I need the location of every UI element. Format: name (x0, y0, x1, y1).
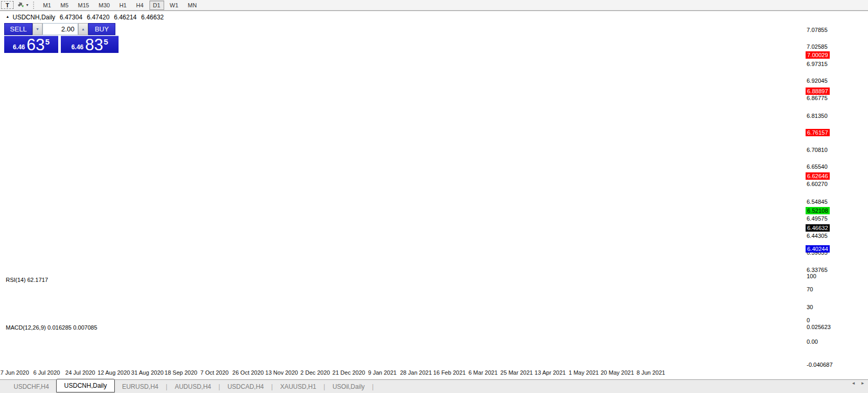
chart-high-value: 6.47420 (87, 14, 109, 21)
rsi-axis-tick-label: 30 (807, 304, 813, 310)
date-axis-tick-label: 6 Mar 2021 (468, 369, 498, 376)
arrows-tool-icon (17, 1, 25, 9)
date-axis-tick-label: 2 Dec 2020 (301, 369, 330, 376)
date-axis-tick-label: 9 Jan 2021 (368, 369, 397, 376)
price-axis-tick-label: 6.97315 (807, 61, 828, 67)
chart-tab-xauusd[interactable]: XAUUSD,H1 (273, 381, 324, 392)
date-axis-tick-label: 8 Jun 2021 (637, 369, 665, 376)
arrows-tool-dropdown[interactable]: ▾ (15, 1, 30, 9)
chart-symbol-period: USDCNH,Daily (13, 14, 55, 21)
chart-tab-eurusd[interactable]: EURUSD,H4 (115, 381, 166, 392)
date-axis-tick-label: 13 Apr 2021 (534, 369, 565, 376)
timeframe-button-m1[interactable]: M1 (39, 1, 55, 10)
price-axis-tick-label: 6.54845 (807, 199, 828, 205)
price-level-label: 6.62646 (806, 172, 830, 180)
price-axis-tick-label: 6.49575 (807, 215, 828, 222)
macd-axis-tick-label: 0.025623 (807, 324, 831, 330)
timeframe-button-d1[interactable]: D1 (149, 1, 164, 10)
timeframe-button-h1[interactable]: H1 (115, 1, 130, 10)
price-level-label: 6.52108 (806, 207, 830, 214)
rsi-value: 62.1717 (27, 277, 48, 283)
macd-axis-tick-label: 0.00 (807, 339, 818, 345)
date-axis-tick-label: 7 Oct 2020 (200, 369, 229, 376)
date-axis-tick-label: 16 Feb 2021 (433, 369, 466, 376)
date-axis-tick-label: 24 Jul 2020 (66, 369, 95, 376)
chart-low-value: 6.46214 (114, 14, 136, 21)
top-toolbar: T ▾ M1M5M15M30H1H4D1W1MN (0, 0, 868, 10)
rsi-axis-tick-label: 0 (807, 317, 810, 323)
date-axis-tick-label: 18 Sep 2020 (165, 369, 197, 376)
date-axis-tick-label: 20 May 2021 (601, 369, 634, 376)
date-axis-tick-label: 1 May 2021 (569, 369, 598, 376)
macd-main-value: 0.016285 (47, 324, 71, 331)
date-axis-tick-label: 26 Oct 2020 (232, 369, 264, 376)
price-axis-tick-label: 7.07855 (807, 27, 828, 33)
rsi-axis-tick-label: 70 (807, 286, 813, 292)
date-axis-tick-label: 12 Aug 2020 (98, 369, 130, 376)
timeframe-button-h4[interactable]: H4 (132, 1, 147, 10)
chart-title: USDCNH,Daily 6.47304 6.47420 6.46214 6.4… (13, 14, 166, 21)
chart-tab-bar: USDCHF,H4USDCNH,DailyEURUSD,H4|AUDUSD,H4… (0, 379, 868, 393)
price-axis-tick-label: 6.81350 (807, 113, 828, 119)
chart-tab-usoil[interactable]: USOil,Daily (325, 381, 372, 392)
volume-decrease-button[interactable]: ▼ (33, 23, 42, 35)
price-level-label: 7.00029 (806, 51, 830, 59)
macd-signal-value: 0.007085 (73, 324, 97, 331)
price-axis-tick-label: 6.65540 (807, 163, 828, 170)
trading-terminal: T ▾ M1M5M15M30H1H4D1W1MN ▲ USDCNH,Daily … (0, 0, 868, 393)
toolbar-separator (33, 2, 37, 9)
price-axis-tick-label: 6.33765 (807, 267, 828, 273)
buy-price-big: 83 (85, 38, 103, 52)
price-level-label: 6.40244 (806, 245, 830, 253)
date-axis-tick-label: 25 Mar 2021 (500, 369, 533, 376)
chart-close-value: 6.46632 (141, 14, 164, 21)
date-axis-tick-label: 13 Nov 2020 (265, 369, 298, 376)
chart-open-value: 6.47304 (60, 14, 82, 21)
text-label-tool-button[interactable]: T (1, 1, 14, 9)
date-axis-tick-label: 31 Aug 2020 (131, 369, 164, 376)
timeframe-button-mn[interactable]: MN (184, 1, 200, 10)
buy-price-small: 6.46 (71, 43, 83, 51)
rsi-name: RSI(14) (6, 277, 26, 283)
chart-title-marker-icon: ▲ (6, 15, 9, 18)
one-click-trade-panel: SELL ▼ ▲ BUY 6.46 63 5 6.46 83 5 (4, 23, 119, 53)
timeframe-button-m5[interactable]: M5 (57, 1, 72, 10)
chart-window (0, 10, 868, 393)
macd-axis-tick-label: -0.040687 (807, 362, 833, 368)
tab-scroll-left-icon[interactable]: ◄ (851, 381, 855, 386)
tab-scroll-right-icon[interactable]: ► (861, 381, 865, 386)
chart-tab-audusd[interactable]: AUDUSD,H4 (167, 381, 218, 392)
macd-name: MACD(12,26,9) (6, 324, 46, 331)
sell-price-small: 6.46 (13, 43, 25, 51)
date-axis-tick-label: 28 Jan 2021 (400, 369, 432, 376)
price-axis-tick-label: 6.60270 (807, 181, 828, 187)
price-axis-tick-label: 6.86775 (807, 95, 828, 101)
timeframe-button-group: M1M5M15M30H1H4D1W1MN (39, 1, 200, 10)
chart-tab-usdchf[interactable]: USDCHF,H4 (6, 381, 56, 392)
date-axis-tick-label: 21 Dec 2020 (333, 369, 365, 376)
price-axis-tick-label: 6.70810 (807, 147, 828, 153)
chevron-down-icon: ▾ (26, 3, 28, 7)
timeframe-button-w1[interactable]: W1 (166, 1, 183, 10)
timeframe-button-m15[interactable]: M15 (74, 1, 93, 10)
tab-scroll-controls: ◄ ► (851, 381, 865, 386)
volume-increase-button[interactable]: ▲ (78, 23, 88, 35)
tab-separator: | (372, 383, 373, 390)
chart-tab-usdcad[interactable]: USDCAD,H4 (220, 381, 271, 392)
buy-price-sup: 5 (104, 37, 108, 46)
sell-price-quote[interactable]: 6.46 63 5 (4, 36, 58, 53)
price-axis-tick-label: 7.02585 (807, 43, 828, 50)
current-price-label: 6.46632 (806, 224, 830, 232)
timeframe-button-m30[interactable]: M30 (95, 1, 113, 10)
volume-input[interactable] (42, 23, 78, 35)
price-level-label: 6.88897 (806, 88, 830, 95)
sell-button[interactable]: SELL (4, 23, 33, 35)
chart-tab-usdcnh[interactable]: USDCNH,Daily (56, 379, 114, 392)
rsi-axis-tick-label: 100 (807, 273, 816, 279)
rsi-indicator-label: RSI(14) 62.1717 (6, 277, 48, 283)
buy-button[interactable]: BUY (88, 23, 115, 35)
sell-price-big: 63 (27, 38, 45, 52)
buy-price-quote[interactable]: 6.46 83 5 (61, 36, 119, 53)
price-level-label: 6.76157 (806, 129, 830, 136)
date-axis-tick-label: 6 Jul 2020 (34, 369, 60, 376)
